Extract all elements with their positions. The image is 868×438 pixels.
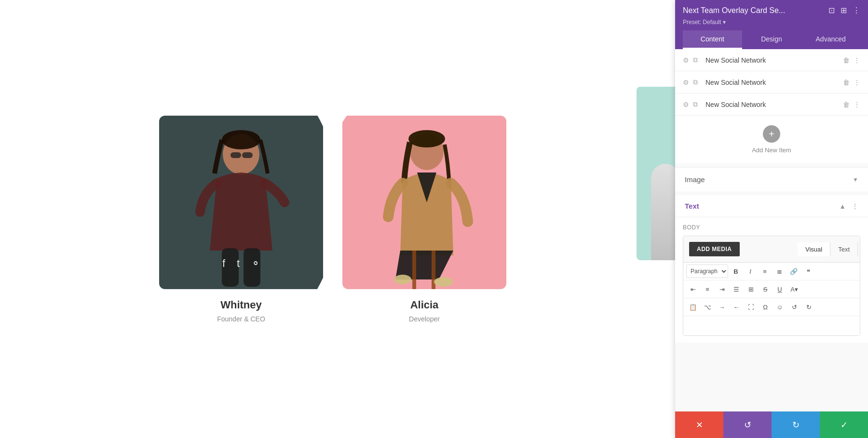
panel-preset[interactable]: Preset: Default ▾ [683, 19, 860, 26]
person-alicia-svg [342, 116, 506, 289]
undo-button[interactable]: ↺ [787, 300, 801, 314]
more-icon-2[interactable]: ⋮ [854, 79, 860, 86]
social-item-1-left-icons: ⚙ ⧉ [683, 56, 698, 64]
screenshot-icon[interactable]: ⊡ [828, 6, 835, 15]
panel-header-icons: ⊡ ⊞ ⋮ [828, 6, 860, 15]
emoji-button[interactable]: ☺ [773, 300, 787, 314]
panel-title-row: Next Team Overlay Card Se... ⊡ ⊞ ⋮ [683, 6, 860, 15]
outdent-button[interactable]: ← [730, 300, 743, 314]
text-section-header: Text ▲ ⋮ [675, 195, 868, 217]
editor-tab-text[interactable]: Text [830, 242, 858, 256]
tab-design[interactable]: Design [742, 30, 801, 49]
duplicate-icon-3[interactable]: ⧉ [693, 100, 698, 108]
editor-tab-visual[interactable]: Visual [798, 242, 830, 256]
redo-button-footer[interactable]: ↻ [772, 411, 820, 438]
tab-content[interactable]: Content [683, 30, 742, 49]
card-image-alicia [342, 116, 506, 289]
indent-button[interactable]: → [715, 300, 729, 314]
ol-button[interactable]: ≣ [773, 265, 786, 278]
toolbar-row-2: ⇤ ≡ ⇥ ☰ ⊞ S U A▾ [683, 280, 860, 298]
social-item-3-label: New Social Network [702, 101, 839, 108]
confirm-button[interactable]: ✓ [820, 411, 868, 438]
editor-tabs: Visual Text [798, 242, 858, 256]
underline-button[interactable]: U [773, 282, 787, 296]
toolbar-row-1: Paragraph Heading 1 Heading 2 B I ≡ ≣ 🔗 … [683, 263, 860, 280]
editor-content-area[interactable] [683, 316, 860, 335]
text-section-title: Text [685, 202, 699, 210]
align-left-button[interactable]: ⇤ [686, 282, 700, 296]
image-section: Image ▼ [675, 167, 868, 191]
align-justify-button[interactable]: ☰ [730, 282, 743, 296]
special-chars-button[interactable]: Ω [759, 300, 772, 314]
settings-icon-1[interactable]: ⚙ [683, 56, 689, 64]
more-icon-3[interactable]: ⋮ [854, 101, 860, 108]
fullscreen-button[interactable]: ⛶ [744, 300, 758, 314]
social-icons-whitney: f t ⚬ [222, 257, 260, 270]
table-button[interactable]: ⊞ [744, 282, 758, 296]
bold-button[interactable]: B [729, 265, 743, 278]
social-item-2: ⚙ ⧉ New Social Network 🗑 ⋮ [675, 71, 868, 93]
text-section: Text ▲ ⋮ Body ADD MEDIA Visual Text [675, 195, 868, 343]
svg-point-5 [222, 130, 260, 149]
image-section-header[interactable]: Image ▼ [675, 168, 868, 191]
italic-more-button[interactable]: ⌥ [701, 300, 714, 314]
card-role-alicia: Developer [409, 315, 440, 323]
more-icon-1[interactable]: ⋮ [854, 56, 860, 64]
text-collapse-icon[interactable]: ▲ [839, 202, 846, 210]
duplicate-icon-1[interactable]: ⧉ [693, 56, 698, 64]
panel-footer: ✕ ↺ ↻ ✓ [675, 411, 868, 438]
partial-card [637, 87, 675, 260]
svg-rect-1 [231, 152, 241, 158]
image-section-title: Image [685, 175, 705, 184]
right-panel: Next Team Overlay Card Se... ⊡ ⊞ ⋮ Prese… [675, 0, 868, 438]
cancel-button[interactable]: ✕ [675, 411, 723, 438]
delete-icon-3[interactable]: 🗑 [843, 101, 850, 108]
panel-tabs: Content Design Advanced [683, 30, 860, 49]
tab-advanced[interactable]: Advanced [801, 30, 860, 49]
card-role-whitney: Founder & CEO [217, 315, 265, 323]
add-media-button[interactable]: ADD MEDIA [689, 242, 740, 256]
card-name-alicia: Alicia [410, 299, 439, 311]
svg-point-10 [394, 275, 411, 284]
settings-icon-2[interactable]: ⚙ [683, 79, 689, 86]
text-more-icon[interactable]: ⋮ [852, 202, 858, 210]
add-item-button[interactable]: + [763, 125, 780, 143]
link-button[interactable]: 🔗 [787, 265, 800, 278]
undo-button-footer[interactable]: ↺ [723, 411, 772, 438]
panel-title: Next Team Overlay Card Se... [683, 6, 828, 15]
social-item-1-label: New Social Network [702, 56, 839, 64]
quote-button[interactable]: ❝ [801, 265, 815, 278]
text-section-controls: ▲ ⋮ [839, 202, 858, 210]
svg-point-7 [408, 130, 445, 147]
delete-icon-2[interactable]: 🗑 [843, 79, 850, 86]
delete-icon-1[interactable]: 🗑 [843, 56, 850, 64]
editor-top-row: ADD MEDIA Visual Text [683, 236, 860, 263]
social-item-2-right-icons: 🗑 ⋮ [843, 79, 860, 86]
body-label: Body [683, 224, 860, 231]
grid-icon[interactable]: ⊞ [841, 6, 847, 15]
settings-icon-3[interactable]: ⚙ [683, 101, 689, 108]
social-item-2-left-icons: ⚙ ⧉ [683, 78, 698, 86]
twitter-icon: t [237, 257, 240, 270]
editor-section: Body ADD MEDIA Visual Text P [675, 217, 868, 343]
italic-button[interactable]: I [744, 265, 757, 278]
more-icon[interactable]: ⋮ [853, 6, 860, 15]
card-name-whitney: Whitney [220, 299, 262, 311]
social-items-list: ⚙ ⧉ New Social Network 🗑 ⋮ ⚙ ⧉ New Socia… [675, 49, 868, 116]
social-item-3: ⚙ ⧉ New Social Network 🗑 ⋮ [675, 93, 868, 116]
panel-body: ⚙ ⧉ New Social Network 🗑 ⋮ ⚙ ⧉ New Socia… [675, 49, 868, 411]
ul-button[interactable]: ≡ [758, 265, 772, 278]
format-select[interactable]: Paragraph Heading 1 Heading 2 [686, 265, 728, 278]
align-center-button[interactable]: ≡ [701, 282, 714, 296]
align-right-button[interactable]: ⇥ [715, 282, 729, 296]
text-color-button[interactable]: A▾ [787, 282, 801, 296]
social-item-3-right-icons: 🗑 ⋮ [843, 101, 860, 108]
duplicate-icon-2[interactable]: ⧉ [693, 78, 698, 86]
redo-button[interactable]: ↻ [802, 300, 815, 314]
social-item-1-right-icons: 🗑 ⋮ [843, 56, 860, 64]
image-section-arrow: ▼ [853, 176, 858, 183]
editor-toolbar: ADD MEDIA Visual Text Paragraph Heading … [683, 236, 860, 336]
strikethrough-button[interactable]: S [759, 282, 772, 296]
paste-button[interactable]: 📋 [686, 300, 700, 314]
svg-rect-8 [412, 251, 416, 289]
